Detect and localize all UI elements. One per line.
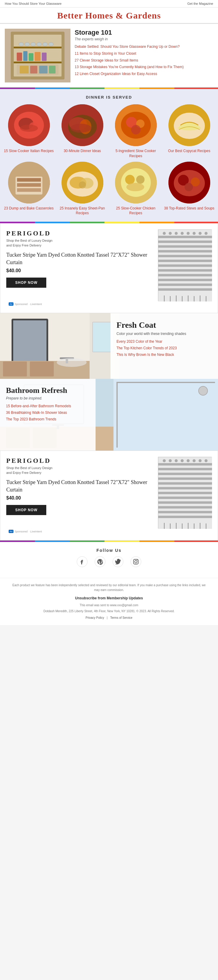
- dinner-link-7[interactable]: 38 Top-Rated Stews and Soups: [164, 206, 215, 211]
- twitter-icon[interactable]: [113, 556, 123, 567]
- bathroom-link-1[interactable]: 36 Breathtaking Walk-In Shower Ideas: [6, 410, 89, 415]
- site-header: Better Homes & Gardens: [0, 8, 218, 24]
- storage-link-2[interactable]: 27 Clever Storage Ideas for Small Items: [75, 58, 213, 63]
- terms-link[interactable]: Terms of Service: [110, 616, 132, 619]
- dinner-grid: 15 Slow Cooker Italian Recipes 30-Minute…: [3, 104, 215, 216]
- fresh-coat-link-0[interactable]: Every 2023 Color of the Year: [116, 339, 212, 344]
- instagram-icon[interactable]: [130, 556, 141, 567]
- dinner-link-3[interactable]: Our Best Copycat Recipes: [168, 148, 210, 154]
- svg-point-117: [169, 459, 172, 462]
- svg-point-120: [187, 459, 189, 462]
- svg-rect-18: [30, 66, 37, 73]
- svg-point-66: [205, 232, 208, 235]
- sponsored-label-1: Ad Sponsored · LiveIntent: [6, 301, 212, 307]
- svg-rect-42: [17, 188, 41, 192]
- perigold-tagline-2: Shop the Best of Luxury Design and Enjoy…: [6, 466, 153, 475]
- fresh-coat-subtitle: Color your world with these trending sha…: [116, 332, 212, 336]
- svg-point-121: [193, 459, 196, 462]
- svg-point-64: [193, 232, 196, 235]
- svg-rect-78: [158, 288, 212, 291]
- dinner-section: DINNER IS SERVED 15 Slow Cooker Italian …: [0, 89, 218, 222]
- fresh-coat-link-1[interactable]: The Top Kitchen Color Trends of 2023: [116, 346, 212, 350]
- svg-rect-74: [158, 269, 212, 272]
- svg-rect-75: [158, 274, 212, 276]
- svg-point-61: [175, 232, 178, 235]
- svg-point-62: [181, 232, 184, 235]
- top-nav-left-link[interactable]: How You Should Store Your Glassware: [5, 2, 62, 5]
- dinner-item-2: 5-Ingredient Slow Cooker Recipes: [110, 104, 161, 159]
- storage-link-4[interactable]: 12 Linen Closet Organization Ideas for E…: [75, 72, 213, 76]
- dinner-link-5[interactable]: 25 Insanely Easy Sheet-Pan Recipes: [57, 206, 108, 216]
- svg-point-35: [131, 125, 141, 134]
- svg-rect-129: [158, 487, 212, 489]
- dinner-link-6[interactable]: 25 Slow-Cooker Chicken Recipes: [110, 206, 161, 216]
- privacy-policy-link[interactable]: Privacy Policy: [86, 616, 104, 619]
- unsubscribe-link[interactable]: Unsubscribe from Membership Updates: [5, 595, 213, 601]
- svg-point-63: [187, 232, 189, 235]
- brand-name: Better Homes & Gardens: [57, 10, 161, 20]
- fresh-coat-link-2[interactable]: This Is Why Brown Is the New Black: [116, 353, 212, 357]
- bathroom-link-2[interactable]: The Top 2023 Bathroom Trends: [6, 417, 89, 421]
- svg-rect-41: [17, 183, 41, 187]
- perigold-logo-1: PERIGOLD: [6, 229, 153, 237]
- svg-point-118: [175, 459, 178, 462]
- storage-title: Storage 101: [75, 29, 213, 37]
- dinner-link-4[interactable]: 23 Dump and Bake Casseroles: [4, 206, 54, 211]
- perigold-shop-btn-1[interactable]: SHOP NOW: [6, 278, 46, 288]
- storage-link-0[interactable]: Debate Settled: Should You Store Glasswa…: [75, 44, 213, 49]
- dinner-img-0: [8, 104, 50, 146]
- dinner-link-0[interactable]: 15 Slow Cooker Italian Recipes: [4, 148, 54, 154]
- svg-rect-68: [158, 240, 212, 243]
- storage-image: [5, 29, 70, 83]
- bathroom-overlay: Bathroom Refresh Prepare to be inspired.…: [0, 379, 95, 450]
- top-nav-right-link[interactable]: Get the Magazine: [187, 2, 213, 5]
- svg-rect-127: [158, 477, 212, 480]
- svg-rect-40: [17, 178, 41, 182]
- svg-rect-4: [14, 62, 62, 63]
- bathroom-title: Bathroom Refresh: [6, 386, 89, 395]
- storage-link-1[interactable]: 11 Items to Stop Storing in Your Closet: [75, 51, 213, 56]
- perigold-price-2: $40.00: [6, 495, 153, 501]
- storage-link-3[interactable]: 13 Storage Mistakes You're Currently Mak…: [75, 65, 213, 70]
- svg-point-146: [137, 560, 138, 560]
- fresh-coat-title: Fresh Coat: [116, 320, 212, 330]
- dinner-item-1: 30-Minute Dinner Ideas: [57, 104, 108, 159]
- perigold-text-2: PERIGOLD Shop the Best of Luxury Design …: [6, 457, 153, 515]
- dinner-img-3: [169, 104, 210, 146]
- svg-rect-17: [20, 66, 29, 73]
- dinner-img-2: [115, 104, 157, 146]
- bathroom-section: Bathroom Refresh Prepare to be inspired.…: [0, 379, 218, 450]
- dinner-item-6: 25 Slow-Cooker Chicken Recipes: [110, 162, 161, 216]
- svg-rect-133: [158, 506, 212, 509]
- svg-point-145: [135, 560, 137, 563]
- facebook-icon[interactable]: [77, 556, 88, 567]
- dinner-item-7: 38 Top-Rated Stews and Soups: [164, 162, 215, 216]
- storage-section: Storage 101 The experts weigh in Debate …: [0, 24, 218, 88]
- svg-rect-3: [14, 47, 62, 48]
- svg-point-105: [199, 386, 208, 395]
- dinner-link-2[interactable]: 5-Ingredient Slow Cooker Recipes: [110, 148, 161, 159]
- svg-rect-131: [158, 496, 212, 499]
- perigold-shop-btn-2[interactable]: SHOP NOW: [6, 505, 46, 515]
- dinner-section-title: DINNER IS SERVED: [3, 95, 215, 100]
- brand-logo: Better Homes & Gardens: [0, 10, 218, 21]
- svg-point-5: [19, 43, 24, 46]
- svg-point-57: [185, 183, 193, 191]
- perigold-ad-2: PERIGOLD Shop the Best of Luxury Design …: [0, 450, 218, 541]
- perigold-product-1: Tucker Stripe Yarn Dyed Cotton Knotted T…: [6, 251, 153, 266]
- svg-rect-91: [13, 320, 46, 363]
- perigold-price-1: $40.00: [6, 268, 153, 274]
- svg-point-7: [31, 43, 35, 46]
- svg-point-9: [43, 43, 48, 46]
- pinterest-icon[interactable]: [95, 556, 105, 567]
- svg-rect-134: [158, 511, 212, 513]
- bathroom-link-0[interactable]: 15 Before-and-After Bathroom Remodels: [6, 404, 89, 408]
- svg-rect-20: [49, 66, 56, 73]
- svg-point-116: [163, 459, 166, 462]
- dinner-link-1[interactable]: 30-Minute Dinner Ideas: [64, 148, 101, 154]
- svg-rect-71: [158, 255, 212, 257]
- dinner-item-3: Our Best Copycat Recipes: [164, 104, 215, 159]
- dinner-img-7: [169, 162, 210, 204]
- svg-rect-70: [158, 250, 212, 253]
- svg-point-60: [169, 232, 172, 235]
